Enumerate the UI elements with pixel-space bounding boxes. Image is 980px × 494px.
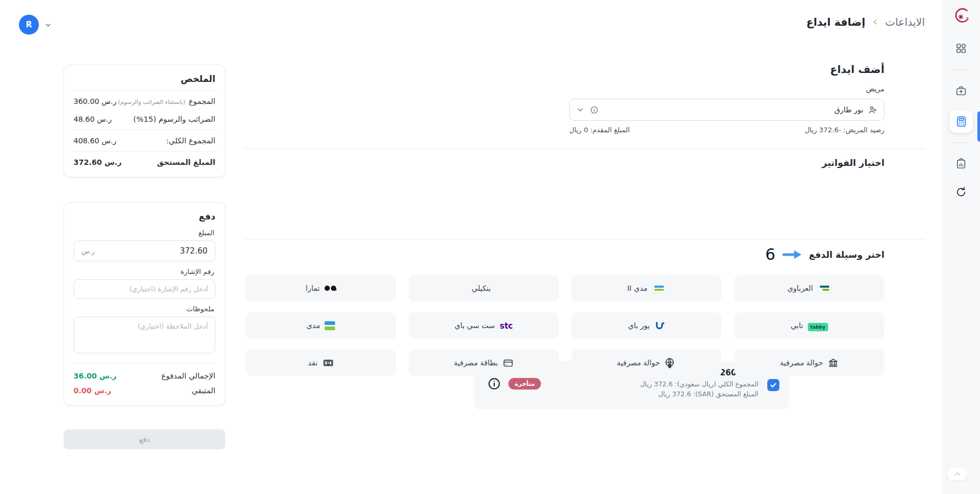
payment-method-label: مدى [307,321,320,330]
app-logo[interactable] [952,6,971,25]
patient-balance: رصيد المريض: -372.6 ريال [805,126,884,134]
total-paid-label: الإجمالي المدفوع [161,372,215,380]
stc-logo: stc [499,321,513,331]
summary-row-value: 372.60 ر.س [74,158,122,166]
payment-method-tile[interactable]: $حوالة مصرفية [571,350,722,376]
payment-method-heading-row: اختر وسيلة الدفع 6 [765,247,884,262]
notes-textarea[interactable] [74,317,215,353]
payment-method-label: تمارا [306,284,320,292]
mada2-logo [652,284,666,293]
payment-method-label: بنكيلي [472,284,491,292]
payment-method-label: يور باي [628,321,650,330]
payment-method-label: مدي II [627,284,648,292]
pay-button[interactable]: دفع [64,429,225,449]
tamara-logo [325,286,336,291]
summary-rows: المجموع (باستثناء الضرائب والرسوم)360.00… [74,91,215,170]
invoice-list: SINV-242600021المجموع الكلي (ريال سعودي)… [569,181,884,229]
summary-row-label: المبلغ المستحق [157,158,215,166]
page-title: إضافة ايداع [806,16,865,28]
payment-card: دفع المبلغ ر.س رقم الإشارة ملحوظات الإجم… [64,202,225,406]
payment-method-tile[interactable]: حوالة مصرفية [734,350,884,376]
payment-method-tile[interactable]: بنكيلي [409,275,559,301]
rail-divider [951,142,972,143]
sidebar [942,0,980,494]
active-nav-indicator [977,111,980,142]
person-add-icon [868,105,878,115]
amount-input[interactable] [99,246,207,256]
summary-row-value: 360.00 ر.س [74,97,117,106]
summary-row: المبلغ المستحق372.60 ر.س [74,152,215,170]
payment-method-grid: العرباويمدي IIبنكيليتماراtabbyتابييور با… [246,275,884,376]
currency-suffix: ر.س [81,247,95,255]
summary-row-label: المجموع الكلي: [166,136,215,145]
summary-row-value: 48.60 ر.س [74,115,112,123]
summary-title: الملخص [74,73,215,90]
summary-row: المجموع الكلي:408.60 ر.س [74,130,215,148]
payment-method-tile[interactable]: stcست سي باي [409,312,559,339]
total-paid-value: 36.00 ر.س [74,372,117,380]
section-divider [244,239,925,239]
medical-bag-icon[interactable] [950,79,973,102]
refresh-icon[interactable] [950,181,973,204]
urpay-logo [654,320,665,331]
tabby-logo: tabby [808,321,828,331]
patient-label: مريض [866,85,884,93]
section-divider [244,149,925,149]
breadcrumb-chevron-icon [872,18,879,26]
alurabi-logo [818,284,831,293]
card-icon [503,358,514,369]
amount-label: المبلغ [75,229,214,237]
invoice-due-line: المبلغ المستحق (SAR): 372.6 ريال [640,389,758,399]
mada-logo [325,321,335,330]
payment-method-label: بطاقة مصرفية [454,359,498,367]
patient-info-icon[interactable] [590,106,599,114]
rail-divider [951,69,972,70]
payment-method-label: حوالة مصرفية [617,359,660,367]
avatar[interactable]: R [19,15,39,35]
payment-method-tile[interactable]: بطاقة مصرفية [409,350,559,376]
patient-select-value: نور طارق [835,106,863,114]
amount-field-wrap: ر.س [74,240,215,261]
payment-method-label: ست سي باي [455,321,495,330]
pay-title: دفع [74,211,215,223]
reference-label: رقم الإشارة [75,268,214,276]
payment-method-tile[interactable]: نقد [246,350,396,376]
advance-amount: المبلغ المقدم: 0 ريال [569,126,630,134]
svg-text:$: $ [668,363,671,369]
remaining-label: المتبقي [192,386,215,395]
summary-row: المجموع (باستثناء الضرائب والرسوم)360.00… [74,91,215,109]
collapse-chevron-button[interactable] [947,468,967,480]
summary-row: الضرائب والرسوم (15%)48.60 ر.س [74,109,215,127]
choose-invoices-title: اختيار الفواتير [822,157,884,168]
summary-row-value: 408.60 ر.س [74,136,117,145]
payment-method-tile[interactable]: مدي II [571,275,722,301]
patient-select[interactable]: نور طارق [569,99,884,121]
reference-input[interactable] [74,279,215,299]
payment-method-tile[interactable]: tabbyتابي [734,312,884,339]
summary-card: الملخص المجموع (باستثناء الضرائب والرسوم… [64,65,225,177]
invoice-total-line: المجموع الكلي (ريال سعودي): 372.6 ريال [640,379,758,389]
payment-method-tile[interactable]: يور باي [571,312,722,339]
payment-method-tile[interactable]: مدى [246,312,396,339]
globe-dollar-icon: $ [664,357,676,369]
payment-method-tile[interactable]: تمارا [246,275,396,301]
apps-grid-icon[interactable] [950,37,973,60]
payment-method-tile[interactable]: العرباوي [734,275,884,301]
select-chevron-down-icon[interactable] [576,106,585,114]
patient-balance-row: رصيد المريض: -372.6 ريال المبلغ المقدم: … [569,126,884,134]
breadcrumb: الايداعات إضافة ايداع [806,16,925,28]
payment-method-label: حوالة مصرفية [780,359,823,367]
bank-icon [828,358,839,369]
chevron-down-icon[interactable] [44,21,52,29]
add-deposit-title: أضف ايداع [830,63,884,76]
breadcrumb-deposits[interactable]: الايداعات [885,16,925,28]
clipboard-report-icon[interactable] [950,152,973,175]
tutorial-step-number: 6 [765,247,775,262]
user-menu[interactable]: R [19,15,52,35]
calculator-icon-active[interactable] [950,110,973,133]
payment-method-label: نقد [308,359,317,367]
summary-row-note: (باستثناء الضرائب والرسوم) [118,99,187,106]
invoice-checkbox[interactable] [767,379,779,391]
payment-totals: الإجمالي المدفوع 36.00 ر.س المتبقي 0.00 … [74,363,215,398]
invoice-info-icon[interactable] [487,377,501,391]
